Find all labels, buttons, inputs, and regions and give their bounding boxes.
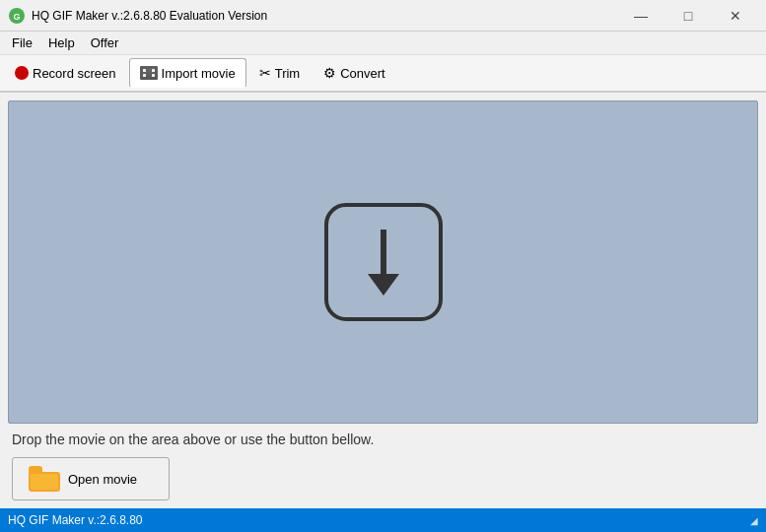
- drop-icon: [324, 203, 443, 321]
- record-label: Record screen: [33, 66, 116, 81]
- instruction-text: Drop the movie on the area above or use …: [8, 432, 758, 447]
- app-title: HQ GIF Maker v.:2.6.8.80 Evaluation Vers…: [32, 9, 618, 23]
- convert-button[interactable]: ⚙ Convert: [313, 58, 396, 88]
- trim-button[interactable]: ✂ Trim: [248, 58, 312, 88]
- toolbar: Record screen Import movie ✂ Trim ⚙ Conv…: [0, 55, 766, 93]
- open-movie-button[interactable]: Open movie: [12, 457, 170, 500]
- convert-icon: ⚙: [323, 65, 336, 81]
- drop-area[interactable]: [8, 100, 758, 424]
- open-movie-label: Open movie: [68, 472, 137, 487]
- trim-icon: ✂: [259, 65, 271, 81]
- drop-arrow-icon: [368, 230, 399, 296]
- svg-text:G: G: [13, 12, 20, 22]
- instruction-label: Drop the movie on the area above or use …: [12, 432, 374, 447]
- trim-label: Trim: [275, 66, 301, 81]
- import-label: Import movie: [162, 66, 236, 81]
- close-button[interactable]: ✕: [713, 2, 758, 30]
- menu-file[interactable]: File: [4, 33, 40, 52]
- status-text: HQ GIF Maker v.:2.6.8.80: [8, 513, 143, 527]
- menu-offer[interactable]: Offer: [83, 33, 127, 52]
- window-controls: — □ ✕: [618, 2, 758, 30]
- record-icon: [15, 66, 29, 80]
- film-icon: [140, 66, 158, 80]
- title-bar: G HQ GIF Maker v.:2.6.8.80 Evaluation Ve…: [0, 0, 766, 32]
- status-bar: HQ GIF Maker v.:2.6.8.80 ◢: [0, 508, 766, 532]
- menu-help[interactable]: Help: [40, 33, 83, 52]
- minimize-button[interactable]: —: [618, 2, 663, 30]
- folder-icon: [29, 466, 60, 492]
- main-content: Drop the movie on the area above or use …: [0, 93, 766, 508]
- maximize-button[interactable]: □: [665, 2, 711, 30]
- record-screen-button[interactable]: Record screen: [4, 58, 127, 88]
- app-icon: G: [8, 7, 26, 25]
- import-movie-button[interactable]: Import movie: [129, 58, 246, 88]
- menu-bar: File Help Offer: [0, 32, 766, 55]
- resize-icon: ◢: [750, 515, 758, 526]
- convert-label: Convert: [340, 66, 385, 81]
